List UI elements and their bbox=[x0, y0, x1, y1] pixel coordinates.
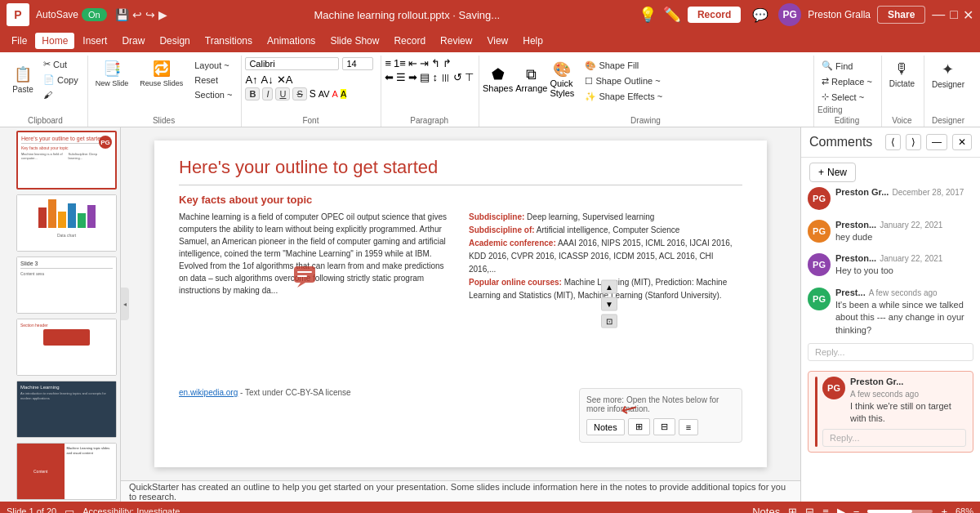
italic-button[interactable]: I bbox=[262, 87, 273, 100]
pen-icon[interactable]: ✏️ bbox=[663, 6, 681, 24]
shape-fill-button[interactable]: 🎨 Shape Fill bbox=[581, 59, 666, 73]
avatar[interactable]: PG bbox=[778, 3, 801, 26]
menu-design[interactable]: Design bbox=[153, 33, 196, 49]
normal-view-icon[interactable]: ⊞ bbox=[788, 506, 797, 514]
quick-styles-button[interactable]: 🎨QuickStyles bbox=[550, 60, 574, 98]
rtl-icon[interactable]: ↰ bbox=[431, 57, 440, 69]
menu-animations[interactable]: Animations bbox=[261, 33, 322, 49]
slide-4-thumb[interactable]: Section header bbox=[16, 319, 117, 376]
menu-transitions[interactable]: Transitions bbox=[198, 33, 259, 49]
maximize-icon[interactable]: □ bbox=[950, 7, 958, 23]
slide-3-thumb[interactable]: Slide 3 Content area bbox=[16, 256, 117, 314]
text-align-v-icon[interactable]: ⊤ bbox=[465, 71, 474, 83]
menu-home[interactable]: Home bbox=[35, 33, 74, 49]
find-button[interactable]: 🔍 Find bbox=[817, 59, 857, 73]
highlight-icon[interactable]: A bbox=[341, 89, 346, 99]
clear-format-icon[interactable]: ✕A bbox=[277, 74, 293, 86]
align-center-icon[interactable]: ☰ bbox=[396, 71, 406, 83]
slide-1-thumb[interactable]: Here's your outline to get started Key f… bbox=[16, 131, 117, 190]
dictate-button[interactable]: 🎙 Dictate bbox=[885, 57, 919, 91]
decrease-font-icon[interactable]: A↓ bbox=[261, 74, 274, 86]
save-icon[interactable]: 💾 bbox=[115, 8, 129, 21]
list-view-button[interactable]: ≡ bbox=[679, 419, 698, 435]
replace-button[interactable]: ⇄ Replace ~ bbox=[817, 74, 876, 88]
layout-button[interactable]: Layout ~ bbox=[190, 59, 236, 72]
comments-close-button[interactable]: ✕ bbox=[952, 134, 972, 150]
reuse-slides-button[interactable]: 🔁 Reuse Slides bbox=[136, 57, 187, 90]
slide-2-thumb[interactable]: Data chart bbox=[16, 194, 117, 252]
shape-outline-button[interactable]: ☐ Shape Outline ~ bbox=[581, 74, 666, 88]
paste-button[interactable]: 📋 Paste bbox=[8, 63, 38, 96]
new-slide-button[interactable]: 📑 New Slide bbox=[91, 57, 133, 90]
select-button[interactable]: ⊹ Select ~ bbox=[817, 90, 868, 104]
line-spacing-icon[interactable]: ↕ bbox=[432, 71, 438, 83]
slide-6-thumb[interactable]: Content Machine Learning topic slides an… bbox=[16, 443, 117, 500]
underline-button[interactable]: U bbox=[275, 87, 290, 100]
decrease-indent-icon[interactable]: ⇤ bbox=[408, 57, 417, 69]
numbering-icon[interactable]: 1≡ bbox=[394, 57, 406, 69]
text-direction-icon[interactable]: ↺ bbox=[453, 71, 462, 83]
panel-collapse-handle[interactable]: ◂ bbox=[121, 288, 129, 320]
font-color-icon[interactable]: A bbox=[332, 89, 338, 99]
section-button[interactable]: Section ~ bbox=[190, 88, 236, 101]
bold-button[interactable]: B bbox=[245, 87, 260, 100]
reading-view-icon[interactable]: ≡ bbox=[822, 506, 829, 514]
shape-effects-button[interactable]: ✨ Shape Effects ~ bbox=[581, 90, 666, 104]
record-button[interactable]: Record bbox=[688, 7, 741, 23]
slide-sorter-icon[interactable]: ⊟ bbox=[805, 506, 814, 514]
scroll-down-button[interactable]: ▼ bbox=[601, 297, 617, 311]
present-icon[interactable]: ▶ bbox=[158, 8, 167, 21]
share-button[interactable]: Share bbox=[877, 6, 925, 24]
wikipedia-link[interactable]: en.wikipedia.org bbox=[179, 388, 238, 397]
zoom-in-icon[interactable]: + bbox=[941, 506, 947, 514]
undo-icon[interactable]: ↩ bbox=[132, 8, 142, 21]
font-size-input[interactable] bbox=[342, 57, 373, 70]
menu-view[interactable]: View bbox=[480, 33, 514, 49]
comment-bubble-icon[interactable] bbox=[292, 265, 317, 292]
cut-button[interactable]: ✂ Cut bbox=[39, 57, 82, 71]
notes-status-button[interactable]: Notes bbox=[752, 506, 780, 514]
arrange-button[interactable]: ⧉Arrange bbox=[515, 66, 547, 93]
close-icon[interactable]: ✕ bbox=[963, 7, 973, 23]
minimize-icon[interactable]: — bbox=[932, 7, 945, 23]
scroll-up-button[interactable]: ▲ bbox=[601, 280, 617, 294]
comment-icon[interactable]: 💬 bbox=[752, 7, 768, 23]
text-shadow-icon[interactable]: S bbox=[310, 88, 316, 100]
menu-insert[interactable]: Insert bbox=[76, 33, 114, 49]
slideshow-icon[interactable]: ▶ bbox=[837, 506, 845, 514]
zoom-out-icon[interactable]: − bbox=[853, 506, 860, 514]
menu-slideshow[interactable]: Slide Show bbox=[323, 33, 385, 49]
increase-font-icon[interactable]: A↑ bbox=[245, 74, 257, 86]
new-comment-button[interactable]: + New bbox=[809, 163, 856, 182]
increase-indent-icon[interactable]: ⇥ bbox=[420, 57, 429, 69]
comments-minimize-button[interactable]: — bbox=[926, 134, 947, 150]
copy-button[interactable]: 📄 Copy bbox=[39, 73, 82, 87]
menu-draw[interactable]: Draw bbox=[115, 33, 151, 49]
reset-button[interactable]: Reset bbox=[190, 74, 236, 87]
active-reply-box[interactable]: Reply... bbox=[822, 429, 966, 447]
reply-box-4[interactable]: Reply... bbox=[808, 343, 973, 361]
ltr-icon[interactable]: ↱ bbox=[443, 57, 452, 69]
align-right-icon[interactable]: ➡ bbox=[408, 71, 417, 83]
table-view-button[interactable]: ⊟ bbox=[653, 418, 675, 435]
menu-record[interactable]: Record bbox=[387, 33, 432, 49]
redo-icon[interactable]: ↪ bbox=[145, 8, 155, 21]
bullets-icon[interactable]: ≡ bbox=[385, 57, 391, 69]
menu-review[interactable]: Review bbox=[434, 33, 479, 49]
menu-help[interactable]: Help bbox=[516, 33, 550, 49]
slide-view-icon[interactable]: ▭ bbox=[65, 506, 74, 514]
zoom-slider[interactable] bbox=[867, 510, 933, 513]
canvas-area[interactable]: ◂ Here's your outline to get started Key… bbox=[121, 127, 800, 480]
shapes-button[interactable]: ⬟Shapes bbox=[483, 65, 513, 93]
designer-button[interactable]: ✦ Designer bbox=[928, 57, 969, 91]
comments-prev-button[interactable]: ⟨ bbox=[885, 134, 901, 150]
format-painter-button[interactable]: 🖌 bbox=[39, 88, 82, 101]
notes-button[interactable]: Notes bbox=[586, 419, 625, 435]
autosave-toggle[interactable]: On bbox=[82, 8, 107, 21]
char-spacing-icon[interactable]: AV bbox=[318, 89, 330, 99]
justify-icon[interactable]: ▤ bbox=[420, 71, 430, 83]
comments-next-button[interactable]: ⟩ bbox=[906, 134, 921, 150]
menu-file[interactable]: File bbox=[5, 33, 33, 49]
slide-main-content[interactable]: Here's your outline to get started Key f… bbox=[154, 141, 767, 467]
font-name-input[interactable] bbox=[245, 57, 339, 70]
